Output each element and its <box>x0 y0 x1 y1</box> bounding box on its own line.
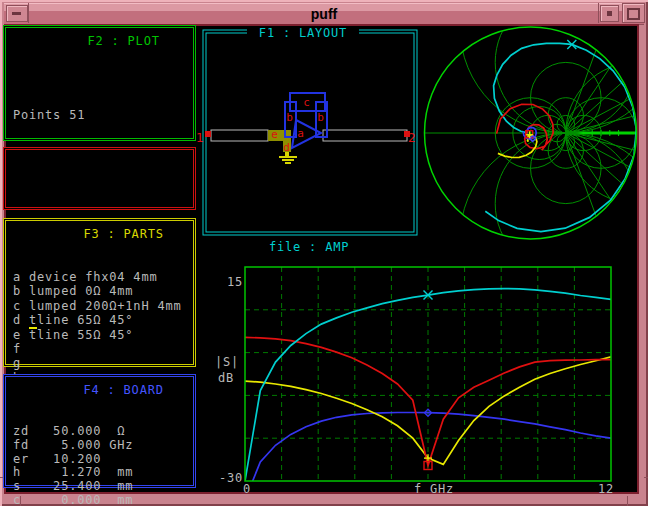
plot-panel[interactable]: F2 : PLOT Points 51 Smith radius 3 f 6.0… <box>3 25 196 141</box>
plot-curve-s11 <box>245 337 611 465</box>
menu-dash-icon <box>12 12 21 15</box>
y-axis-min-label: -30 <box>219 471 243 485</box>
frame-seam-r <box>644 477 648 478</box>
component-label-d: d <box>283 141 290 154</box>
board-param-row[interactable]: zd 50.000 Ω <box>13 425 193 439</box>
smith-chart <box>418 20 648 246</box>
y-axis-title-s: |S| <box>215 355 239 369</box>
board-param-row[interactable]: s 25.400 mm <box>13 480 193 494</box>
y-axis-title-db: dB <box>218 371 234 385</box>
part-item[interactable]: a device fhx04 4mm <box>13 270 193 284</box>
frame-seam-br <box>627 496 628 506</box>
board-param-row[interactable]: fd 5.000 GHz <box>13 439 193 453</box>
titlebar-seam-left <box>28 3 29 23</box>
component-label-a: a <box>297 127 304 140</box>
x-axis-min-label: 0 <box>243 482 251 494</box>
part-item[interactable]: g <box>13 356 193 370</box>
resize-square-icon <box>627 8 640 20</box>
component-label-b1: b <box>286 111 293 124</box>
board-panel-title: F4 : BOARD <box>6 369 193 411</box>
x-axis-title: f GHz <box>414 482 454 494</box>
part-item[interactable]: b lumped 0Ω 4mm <box>13 284 193 298</box>
component-label-b2: b <box>317 111 324 124</box>
board-param-row[interactable]: c 0.000 mm <box>13 494 193 506</box>
points-count: Points 51 <box>13 108 193 123</box>
dimensions-box: l: 2.916mm w: 0.649mm <box>3 147 196 210</box>
file-title: file : AMP <box>269 240 349 254</box>
layout-panel[interactable]: F1 : LAYOUTcbbaed12 <box>195 26 425 238</box>
part-item[interactable]: d tline 65Ω 45° <box>13 313 193 327</box>
component-label-e: e <box>271 128 278 141</box>
layout-panel-title: F1 : LAYOUT <box>259 26 347 40</box>
board-panel[interactable]: F4 : BOARD zd 50.000 Ωfd 5.000 GHzer 10.… <box>3 374 196 488</box>
board-param-row[interactable]: er 10.200 <box>13 453 193 467</box>
window-menu-button[interactable] <box>6 5 28 22</box>
parts-panel-title: F3 : PARTS <box>6 213 193 255</box>
minimize-dot-icon <box>607 11 612 16</box>
board-param-row[interactable]: h 1.270 mm <box>13 466 193 480</box>
parts-panel[interactable]: F3 : PARTS a device fhx04 4mmb lumped 0Ω… <box>3 218 196 367</box>
component-label-c: c <box>303 96 310 109</box>
part-item[interactable]: c lumped 200Ω+1nH 4mm <box>13 299 193 313</box>
y-axis-max-label: 15 <box>227 275 243 289</box>
part-item[interactable]: f <box>13 342 193 356</box>
part-item[interactable]: e tline 55Ω 45° <box>13 328 193 342</box>
plot-panel-title: F2 : PLOT <box>6 20 193 62</box>
x-axis-max-label: 12 <box>598 482 614 494</box>
frequency-response-plot: 15-30|S|dB0f GHz12file : AMP <box>210 238 635 494</box>
app-window: puff F2 : PLOT Points 51 Smith radius 3 … <box>0 0 648 506</box>
component-label-port1: 1 <box>196 130 205 145</box>
